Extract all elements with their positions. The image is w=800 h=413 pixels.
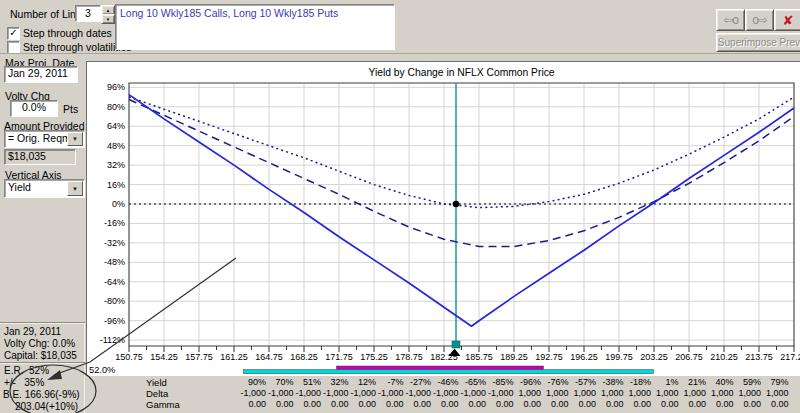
- table-cell-gamma: 0.00: [515, 399, 541, 409]
- table-cell-yield: -96%: [515, 377, 541, 387]
- table-cell-delta: 1,000: [763, 388, 789, 398]
- table-cell-gamma: 0.00: [268, 399, 294, 409]
- table-cell-delta: 1,000: [653, 388, 679, 398]
- capital-field: $18,035: [4, 149, 76, 165]
- amount-provided-select[interactable]: = Orig. Reqmt. ▼: [4, 130, 85, 148]
- table-row-label: Gamma: [146, 399, 180, 410]
- step-through-dates-label: Step through dates: [23, 27, 112, 39]
- x-tick-label: 189.25: [500, 352, 528, 362]
- number-of-lines-input[interactable]: 3: [75, 5, 101, 22]
- arrow-left-icon: ⇦o: [723, 13, 738, 27]
- table-cell-gamma: 0.00: [625, 399, 651, 409]
- chevron-down-icon[interactable]: ▼: [67, 181, 83, 196]
- y-tick-label: 32%: [107, 160, 125, 170]
- table-cell-yield: -38%: [598, 377, 624, 387]
- y-tick-label: 48%: [107, 141, 125, 151]
- toolbar-separator: [0, 53, 800, 54]
- outer-range-bar: [244, 370, 654, 374]
- position-description-text: Long 10 Wkly185 Calls, Long 10 Wkly185 P…: [116, 5, 394, 21]
- checkbox-checked-icon: ✓: [9, 27, 17, 38]
- table-cell-gamma: 0.00: [598, 399, 624, 409]
- table-cell-yield: -65%: [460, 377, 486, 387]
- step-through-dates-checkbox[interactable]: ✓: [7, 27, 20, 40]
- status-date: Jan 29, 2011: [4, 326, 61, 337]
- arrow-right-icon: o⇨: [752, 13, 767, 27]
- x-tick-label: 192.75: [535, 352, 563, 362]
- table-cell-gamma: 0.00: [735, 399, 761, 409]
- spin-down-button[interactable]: ▼: [101, 14, 115, 24]
- table-row-label: Yield: [146, 377, 167, 388]
- projection-near-date: [129, 97, 794, 208]
- x-tick-label: 203.25: [640, 352, 668, 362]
- table-cell-gamma: 0.00: [433, 399, 459, 409]
- max-proj-date-input[interactable]: Jan 29, 2011: [4, 66, 78, 83]
- x-tick-label: 154.25: [150, 352, 178, 362]
- y-tick-label: -16%: [104, 218, 125, 228]
- table-cell-yield: -27%: [405, 377, 431, 387]
- price-square-marker[interactable]: [452, 341, 460, 348]
- table-cell-gamma: 0.00: [653, 399, 679, 409]
- next-graph-button[interactable]: o⇨: [745, 9, 774, 31]
- x-tick-label: 217.25: [780, 352, 800, 362]
- table-cell-yield: 21%: [680, 377, 706, 387]
- y-tick-label: -96%: [104, 316, 125, 326]
- table-cell-yield: 59%: [735, 377, 761, 387]
- table-cell-yield: -7%: [378, 377, 404, 387]
- table-cell-gamma: 0.00: [763, 399, 789, 409]
- greeks-table: Yield90%70%51%32%12%-7%-27%-46%-65%-85%-…: [0, 375, 800, 413]
- close-button[interactable]: ✘: [774, 9, 800, 31]
- table-cell-yield: -76%: [543, 377, 569, 387]
- table-cell-gamma: 0.00: [295, 399, 321, 409]
- table-cell-delta: -1,000: [488, 388, 514, 398]
- y-tick-label: -112%: [100, 335, 125, 345]
- chart-title: Yield by Change in NFLX Common Price: [368, 67, 554, 78]
- status-volty: Volty Chg: 0.0%: [4, 338, 75, 349]
- x-tick-label: 161.25: [220, 352, 248, 362]
- table-cell-gamma: 0.00: [680, 399, 706, 409]
- superimpose-prev-button[interactable]: Superimpose Prev: [716, 33, 800, 52]
- table-cell-gamma: 0.00: [405, 399, 431, 409]
- table-cell-gamma: 0.00: [460, 399, 486, 409]
- yield-chart[interactable]: 150.75154.25157.75161.25164.75168.25171.…: [86, 61, 800, 376]
- projection-final-date: [129, 95, 794, 327]
- table-cell-gamma: 0.00: [570, 399, 596, 409]
- table-cell-delta: -1,000: [323, 388, 349, 398]
- table-cell-gamma: 0.00: [488, 399, 514, 409]
- table-cell-delta: -1,000: [405, 388, 431, 398]
- volty-chg-input[interactable]: 0.0%: [10, 100, 58, 117]
- table-cell-gamma: 0.00: [240, 399, 266, 409]
- table-cell-delta: 1,000: [625, 388, 651, 398]
- inner-range-bar: [337, 366, 544, 369]
- table-cell-delta: 1,000: [515, 388, 541, 398]
- x-tick-label: 210.25: [710, 352, 738, 362]
- volatility-label: 52.0%: [89, 365, 115, 375]
- table-cell-yield: 70%: [268, 377, 294, 387]
- table-cell-delta: -1,000: [433, 388, 459, 398]
- table-cell-delta: 1,000: [680, 388, 706, 398]
- prev-graph-button[interactable]: ⇦o: [716, 9, 745, 31]
- yield-chart-svg: 150.75154.25157.75161.25164.75168.25171.…: [87, 62, 800, 376]
- x-tick-label: 178.75: [395, 352, 423, 362]
- y-tick-label: -48%: [104, 257, 125, 267]
- spin-down-icon: ▼: [106, 17, 110, 22]
- status-divider: [0, 362, 85, 363]
- chevron-down-icon[interactable]: ▼: [67, 132, 83, 146]
- vertical-axis-select[interactable]: Yield ▼: [4, 179, 85, 198]
- x-tick-label: 196.25: [570, 352, 598, 362]
- y-tick-label: 0%: [112, 199, 125, 209]
- y-tick-label: 16%: [107, 180, 125, 190]
- x-tick-label: 150.75: [115, 352, 143, 362]
- spin-up-icon: ▲: [106, 8, 110, 13]
- table-row-label: Delta: [146, 388, 168, 399]
- table-cell-delta: 1,000: [570, 388, 596, 398]
- table-cell-gamma: 0.00: [543, 399, 569, 409]
- table-cell-delta: 1,000: [543, 388, 569, 398]
- zero-yield-dot: [453, 201, 460, 208]
- x-tick-label: 168.25: [290, 352, 318, 362]
- table-cell-gamma: 0.00: [350, 399, 376, 409]
- table-cell-yield: 1%: [653, 377, 679, 387]
- y-tick-label: -80%: [104, 296, 125, 306]
- x-tick-label: 175.25: [360, 352, 388, 362]
- table-cell-delta: 1,000: [598, 388, 624, 398]
- position-description-box[interactable]: Long 10 Wkly185 Calls, Long 10 Wkly185 P…: [115, 4, 395, 50]
